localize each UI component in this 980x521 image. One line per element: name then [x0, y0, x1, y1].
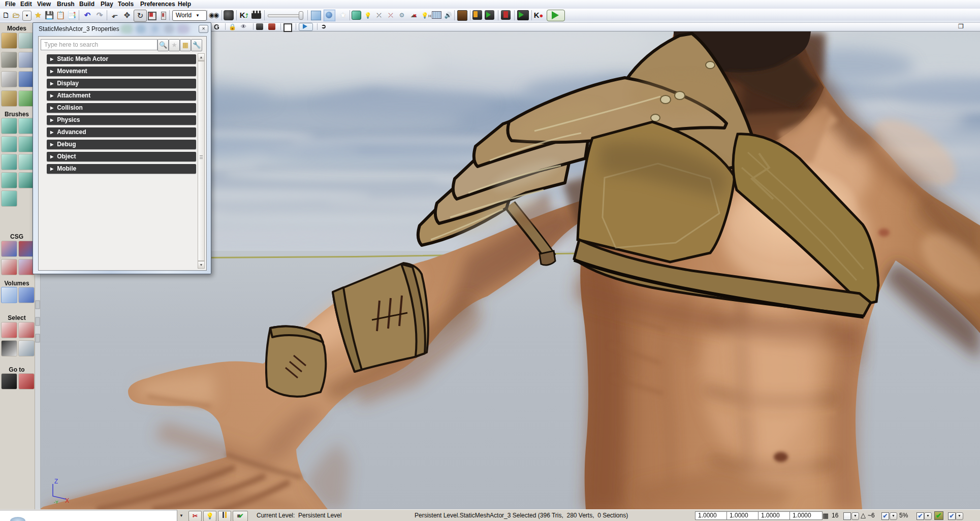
- svg-text:-Y: -Y: [54, 500, 58, 505]
- svg-text:Z: Z: [54, 478, 58, 485]
- svg-text:X: X: [65, 497, 69, 504]
